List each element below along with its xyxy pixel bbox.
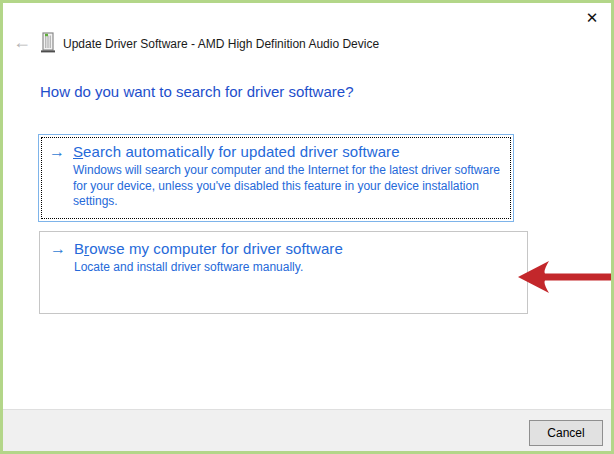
cancel-button[interactable]: Cancel bbox=[529, 420, 603, 446]
browse-computer-title: Browse my computer for driver software bbox=[74, 240, 515, 257]
search-automatically-option[interactable]: → Search automatically for updated drive… bbox=[38, 134, 514, 222]
footer-bar: Cancel bbox=[3, 409, 611, 451]
search-automatically-description: Windows will search your computer and th… bbox=[73, 163, 501, 210]
page-title: How do you want to search for driver sof… bbox=[40, 83, 353, 100]
red-arrow-annotation-icon bbox=[518, 258, 614, 300]
command-link-arrow-icon: → bbox=[49, 142, 65, 161]
browse-computer-option[interactable]: → Browse my computer for driver software… bbox=[39, 231, 528, 314]
command-link-arrow-icon: → bbox=[50, 239, 66, 258]
driver-device-icon bbox=[39, 32, 57, 58]
search-automatically-title: Search automatically for updated driver … bbox=[73, 143, 501, 160]
browse-computer-description: Locate and install driver software manua… bbox=[74, 260, 512, 276]
update-driver-wizard-window: ✕ ← Update Driver Software - AMD High De… bbox=[0, 0, 614, 454]
back-arrow-icon[interactable]: ← bbox=[11, 31, 33, 53]
close-icon[interactable]: ✕ bbox=[582, 7, 602, 27]
window-title: Update Driver Software - AMD High Defini… bbox=[63, 37, 379, 51]
